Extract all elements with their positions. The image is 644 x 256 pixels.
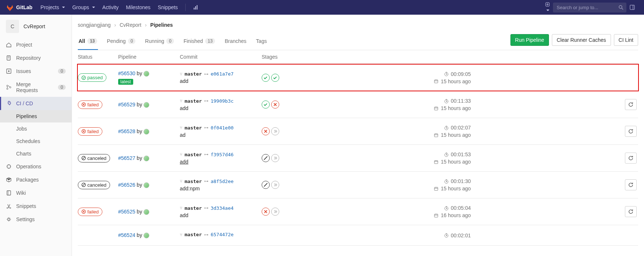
nav-projects[interactable]: Projects bbox=[37, 0, 69, 15]
retry-button[interactable] bbox=[625, 153, 637, 164]
stage-skipped-icon[interactable] bbox=[271, 181, 279, 189]
sidebar-item-merge-requests[interactable]: Merge Requests0 bbox=[0, 78, 72, 97]
run-pipeline-button[interactable]: Run Pipeline bbox=[510, 34, 549, 46]
sidebar-item-repository[interactable]: Repository bbox=[0, 51, 72, 65]
sidebar-item-operations[interactable]: Operations bbox=[0, 160, 72, 173]
search-icon[interactable] bbox=[618, 5, 623, 10]
tab-branches[interactable]: Branches bbox=[224, 33, 247, 50]
status-badge-canceled[interactable]: canceled bbox=[78, 181, 110, 189]
nav-groups[interactable]: Groups bbox=[69, 0, 99, 15]
stage-skipped-icon[interactable] bbox=[271, 127, 279, 135]
stage-passed-icon[interactable] bbox=[262, 100, 270, 109]
pipeline-row: failed#56525 by ⑂master⊶3d334ae4add00:05… bbox=[78, 198, 638, 225]
commit-message[interactable]: add bbox=[180, 105, 262, 111]
breadcrumb-part-0[interactable]: songjiangjiang bbox=[78, 22, 111, 28]
top-navbar: GitLab Projects Groups Activity Mileston… bbox=[0, 0, 644, 15]
commit-message[interactable]: add bbox=[180, 78, 262, 84]
sidebar-item-ci-cd[interactable]: CI / CD bbox=[0, 97, 72, 110]
branch-name[interactable]: master bbox=[185, 179, 202, 184]
stage-canceled-icon[interactable] bbox=[262, 181, 270, 189]
retry-button[interactable] bbox=[625, 179, 637, 190]
commit-sha-link[interactable]: f3957d46 bbox=[211, 152, 234, 157]
author-avatar[interactable] bbox=[143, 129, 149, 135]
pipeline-id-link[interactable]: #56528 bbox=[118, 128, 135, 134]
status-badge-failed[interactable]: failed bbox=[78, 208, 102, 216]
commit-sha-link[interactable]: a8f5d2ee bbox=[211, 179, 234, 184]
nav-milestones[interactable]: Milestones bbox=[122, 0, 154, 15]
sidebar-toggle-icon[interactable] bbox=[626, 4, 638, 10]
author-avatar[interactable] bbox=[143, 209, 149, 215]
commit-sha-link[interactable]: 6574472e bbox=[211, 232, 234, 237]
commit-message[interactable]: add bbox=[180, 159, 262, 165]
tab-all[interactable]: All13 bbox=[78, 33, 98, 50]
stage-skipped-icon[interactable] bbox=[271, 208, 279, 216]
pipeline-id-link[interactable]: #56525 bbox=[118, 209, 135, 215]
author-avatar[interactable] bbox=[143, 71, 149, 77]
retry-button[interactable] bbox=[625, 126, 637, 137]
sidebar-item-project[interactable]: Project bbox=[0, 38, 72, 51]
sidebar-item-wiki[interactable]: Wiki bbox=[0, 186, 72, 200]
col-status: Status bbox=[78, 54, 118, 60]
status-badge-failed[interactable]: failed bbox=[78, 100, 102, 109]
commit-sha-link[interactable]: e061a7e7 bbox=[211, 71, 234, 77]
branch-name[interactable]: master bbox=[185, 152, 202, 157]
sidebar-item-snippets[interactable]: Snippets bbox=[0, 200, 72, 213]
search-input[interactable] bbox=[553, 3, 626, 12]
branch-name[interactable]: master bbox=[185, 205, 202, 211]
sidebar-subitem-charts[interactable]: Charts bbox=[0, 147, 72, 160]
branch-name[interactable]: master bbox=[185, 98, 202, 104]
branch-name[interactable]: master bbox=[185, 232, 202, 237]
commit-message[interactable]: add:npm bbox=[180, 186, 262, 191]
status-badge-canceled[interactable]: canceled bbox=[78, 154, 110, 162]
author-avatar[interactable] bbox=[143, 102, 149, 108]
sidebar-subitem-jobs[interactable]: Jobs bbox=[0, 122, 72, 135]
commit-sha-link[interactable]: 0f041e00 bbox=[211, 125, 234, 131]
clear-caches-button[interactable]: Clear Runner Caches bbox=[552, 34, 611, 46]
branch-name[interactable]: master bbox=[185, 125, 202, 131]
tab-running[interactable]: Running0 bbox=[144, 33, 175, 50]
sidebar-project-header[interactable]: C CvReport bbox=[0, 15, 72, 38]
stage-failed-icon[interactable] bbox=[262, 208, 270, 216]
sidebar-item-issues[interactable]: Issues0 bbox=[0, 65, 72, 78]
nav-activity[interactable]: Activity bbox=[99, 0, 122, 15]
sidebar-item-packages[interactable]: Packages bbox=[0, 173, 72, 186]
retry-button[interactable] bbox=[625, 99, 637, 110]
nav-snippets[interactable]: Snippets bbox=[154, 0, 181, 15]
pipeline-id-link[interactable]: #56530 bbox=[118, 70, 135, 76]
stage-failed-icon[interactable] bbox=[271, 100, 279, 109]
breadcrumb: songjiangjiang › CvReport › Pipelines bbox=[78, 15, 638, 33]
ci-lint-button[interactable]: CI Lint bbox=[614, 34, 638, 46]
tab-tags[interactable]: Tags bbox=[255, 33, 268, 50]
author-avatar[interactable] bbox=[143, 156, 149, 161]
pipeline-id-link[interactable]: #56527 bbox=[118, 155, 135, 161]
pipeline-id-link[interactable]: #56526 bbox=[118, 182, 135, 188]
sidebar-item-settings[interactable]: Settings bbox=[0, 213, 72, 226]
stage-failed-icon[interactable] bbox=[262, 127, 270, 135]
ops-icon bbox=[6, 164, 12, 169]
sidebar-subitem-schedules[interactable]: Schedules bbox=[0, 135, 72, 147]
commit-sha-link[interactable]: 19909b3c bbox=[211, 98, 234, 104]
author-avatar[interactable] bbox=[143, 182, 149, 188]
retry-button[interactable] bbox=[625, 206, 637, 217]
status-badge-failed[interactable]: failed bbox=[78, 127, 102, 136]
stages bbox=[262, 74, 368, 82]
branch-name[interactable]: master bbox=[185, 71, 202, 77]
commit-message[interactable]: ad bbox=[180, 132, 262, 138]
pipeline-id-link[interactable]: #56524 bbox=[118, 232, 135, 238]
gitlab-logo[interactable]: GitLab bbox=[6, 3, 32, 11]
breadcrumb-part-1[interactable]: CvReport bbox=[120, 22, 141, 28]
stage-passed-icon[interactable] bbox=[262, 74, 270, 82]
stage-canceled-icon[interactable] bbox=[262, 154, 270, 162]
tab-finished[interactable]: Finished13 bbox=[183, 33, 216, 50]
pipeline-id-link[interactable]: #56529 bbox=[118, 102, 135, 107]
tab-pending[interactable]: Pending0 bbox=[106, 33, 136, 50]
status-badge-passed[interactable]: passed bbox=[78, 73, 106, 82]
commit-message[interactable]: add bbox=[180, 212, 262, 218]
nav-charts-icon[interactable] bbox=[189, 0, 203, 15]
author-avatar[interactable] bbox=[143, 233, 149, 238]
commit-sha-link[interactable]: 3d334ae4 bbox=[211, 205, 234, 211]
sidebar-subitem-pipelines[interactable]: Pipelines bbox=[0, 110, 72, 122]
stage-passed-icon[interactable] bbox=[271, 74, 279, 82]
plus-menu[interactable] bbox=[542, 2, 553, 13]
stage-skipped-icon[interactable] bbox=[271, 154, 279, 162]
